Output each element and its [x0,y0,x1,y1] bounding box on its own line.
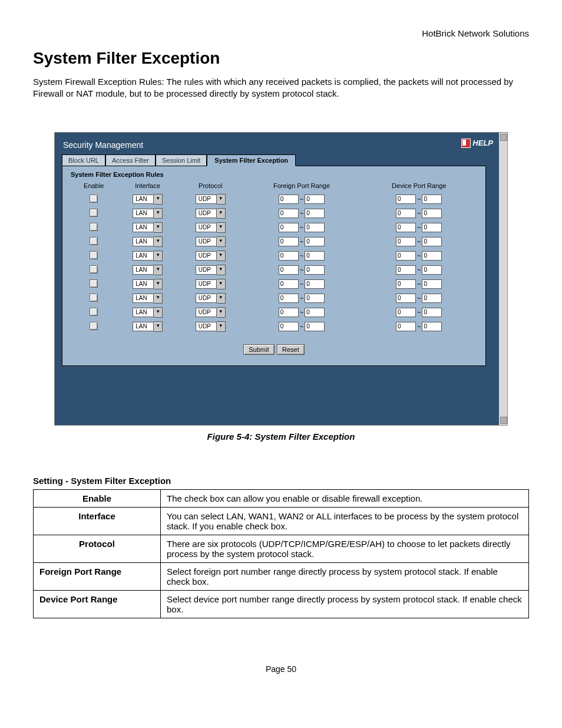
foreign-port-to[interactable]: 0 [305,294,325,303]
foreign-port-from[interactable]: 0 [279,237,299,246]
enable-checkbox[interactable] [90,251,98,259]
foreign-port-to[interactable]: 0 [305,209,325,218]
device-port-range: 0~0 [396,209,442,218]
device-port-range: 0~0 [396,251,442,261]
range-tilde: ~ [300,210,303,217]
tab-block-url[interactable]: Block URL [62,154,105,166]
device-port-from[interactable]: 0 [396,223,416,232]
chevron-down-icon: ▼ [154,321,163,332]
protocol-select[interactable]: UDP▼ [196,293,226,304]
enable-checkbox[interactable] [90,195,98,203]
device-port-range: 0~0 [396,195,442,204]
device-port-to[interactable]: 0 [422,322,442,331]
device-port-to[interactable]: 0 [422,265,442,275]
protocol-select[interactable]: UDP▼ [196,307,226,318]
foreign-port-from[interactable]: 0 [279,294,299,303]
protocol-select[interactable]: UDP▼ [196,208,226,219]
device-port-from[interactable]: 0 [396,294,416,303]
interface-select[interactable]: LAN▼ [133,307,163,318]
interface-select[interactable]: LAN▼ [133,251,163,261]
protocol-select[interactable]: UDP▼ [196,251,226,261]
device-port-from[interactable]: 0 [396,237,416,246]
device-port-to[interactable]: 0 [422,223,442,232]
rules-table: Enable Interface Protocol Foreign Port R… [71,180,477,334]
reset-button[interactable]: Reset [277,344,305,355]
tab-access-filter[interactable]: Access Filter [105,154,156,166]
device-port-to[interactable]: 0 [422,308,442,317]
foreign-port-to[interactable]: 0 [305,265,325,275]
foreign-port-range: 0~0 [279,308,325,317]
foreign-port-to[interactable]: 0 [305,237,325,246]
device-port-from[interactable]: 0 [396,251,416,261]
device-port-to[interactable]: 0 [422,251,442,261]
device-port-from[interactable]: 0 [396,265,416,275]
device-port-from[interactable]: 0 [396,195,416,204]
device-port-to[interactable]: 0 [422,294,442,303]
foreign-port-from[interactable]: 0 [279,209,299,218]
foreign-port-from[interactable]: 0 [279,251,299,261]
foreign-port-to[interactable]: 0 [305,308,325,317]
foreign-port-from[interactable]: 0 [279,265,299,275]
interface-select[interactable]: LAN▼ [133,194,163,205]
device-port-to[interactable]: 0 [422,237,442,246]
protocol-select[interactable]: UDP▼ [196,265,226,275]
chevron-down-icon: ▼ [217,251,226,261]
scrollbar[interactable] [499,133,507,425]
range-tilde: ~ [417,281,421,288]
enable-checkbox[interactable] [90,265,98,274]
protocol-select[interactable]: UDP▼ [196,236,226,247]
foreign-port-from[interactable]: 0 [279,308,299,317]
foreign-port-to[interactable]: 0 [305,223,325,232]
protocol-select[interactable]: UDP▼ [196,279,226,289]
enable-checkbox[interactable] [90,223,98,231]
enable-checkbox[interactable] [90,237,98,245]
chevron-down-icon: ▼ [217,208,226,219]
protocol-select[interactable]: UDP▼ [196,194,226,205]
protocol-select[interactable]: UDP▼ [196,321,226,332]
help-label: HELP [472,139,493,147]
protocol-value: UDP [196,322,217,331]
help-link[interactable]: HELP [461,139,493,148]
enable-checkbox[interactable] [90,209,98,217]
enable-checkbox[interactable] [90,322,98,330]
chevron-down-icon: ▼ [154,265,163,275]
foreign-port-to[interactable]: 0 [305,322,325,331]
interface-select[interactable]: LAN▼ [133,208,163,219]
interface-select[interactable]: LAN▼ [133,236,163,247]
help-icon [461,139,471,148]
interface-select[interactable]: LAN▼ [133,279,163,289]
foreign-port-from[interactable]: 0 [279,322,299,331]
device-port-to[interactable]: 0 [422,195,442,204]
foreign-port-to[interactable]: 0 [305,279,325,289]
range-tilde: ~ [417,309,421,316]
enable-checkbox[interactable] [90,308,98,316]
device-port-from[interactable]: 0 [396,308,416,317]
foreign-port-from[interactable]: 0 [279,195,299,204]
device-port-from[interactable]: 0 [396,209,416,218]
interface-select[interactable]: LAN▼ [133,321,163,332]
device-port-to[interactable]: 0 [422,209,442,218]
submit-button[interactable]: Submit [243,344,274,355]
enable-checkbox[interactable] [90,294,98,302]
interface-select[interactable]: LAN▼ [133,265,163,275]
device-port-to[interactable]: 0 [422,279,442,289]
device-port-from[interactable]: 0 [396,322,416,331]
scroll-down-arrow-icon[interactable] [500,417,507,424]
device-port-from[interactable]: 0 [396,279,416,289]
page-number: Page 50 [33,664,529,674]
interface-select[interactable]: LAN▼ [133,222,163,233]
protocol-select[interactable]: UDP▼ [196,222,226,233]
foreign-port-from[interactable]: 0 [279,223,299,232]
setting-description: Select device port number range directly… [161,590,529,618]
foreign-port-from[interactable]: 0 [279,279,299,289]
col-interface: Interface [117,182,178,192]
enable-checkbox[interactable] [90,279,98,288]
foreign-port-to[interactable]: 0 [305,251,325,261]
foreign-port-to[interactable]: 0 [305,195,325,204]
tab-system-filter-exception[interactable]: System Filter Exception [207,154,296,166]
foreign-port-range: 0~0 [279,322,325,331]
range-tilde: ~ [417,196,421,203]
tab-session-limit[interactable]: Session Limit [156,154,207,166]
setting-description: There are six protocols (UDP/TCP/ICMP/GR… [161,535,529,562]
interface-select[interactable]: LAN▼ [133,293,163,304]
